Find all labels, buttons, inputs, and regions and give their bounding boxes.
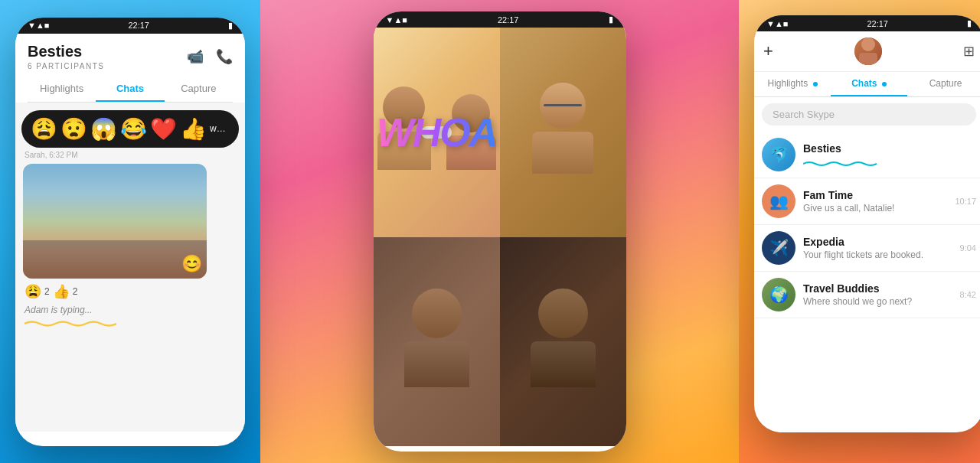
- chat-info-travel: Travel Buddies Where should we go next?: [803, 282, 956, 307]
- avatar-expedia: ✈️: [762, 231, 795, 265]
- emoji-sad-small: 😩: [24, 283, 41, 300]
- whoa-sticker-bg: WHOA: [421, 126, 452, 139]
- avatar-travel: 🌍: [762, 278, 795, 311]
- reaction-worried[interactable]: 😧: [60, 116, 87, 142]
- expedia-avatar-icon: ✈️: [769, 239, 789, 257]
- tab-bar-right: Highlights Chats Capture: [754, 72, 980, 97]
- chat-info-besties: Besties: [803, 142, 972, 167]
- chat-item-fam[interactable]: 👥 Fam Time Give us a call, Natalie! 10:1…: [754, 178, 980, 225]
- besties-wave: [803, 158, 972, 167]
- chat-info-expedia: Expedia Your flight tickets are booked.: [803, 236, 956, 260]
- status-bar-left: ▼▲■ 22:17 ▮: [15, 18, 245, 34]
- whoa-sticker-text: WHOA: [377, 109, 497, 155]
- phone-right: ▼▲■ 22:17 ▮ + ⊞ Highlights: [754, 15, 980, 432]
- travel-time: 8:42: [960, 290, 976, 299]
- fam-avatar-icon: 👥: [769, 192, 789, 210]
- wave-decoration-left: [24, 318, 236, 329]
- expedia-time: 9:04: [960, 243, 976, 253]
- travel-preview: Where should we go next?: [803, 296, 956, 307]
- highlights-dot: [813, 82, 818, 86]
- emoji-count-row: 😩 2 👍 2: [24, 283, 236, 300]
- phone-left: ▼▲■ 22:17 ▮ Besties 6 PARTICIPANTS 📹 📞 H…: [15, 18, 245, 446]
- status-icons-right: ▼▲■: [766, 19, 788, 28]
- chat-info-fam: Fam Time Give us a call, Natalie!: [803, 189, 950, 214]
- app-header-right: + ⊞: [754, 31, 980, 72]
- tab-bar-left: Highlights Chats Capture: [28, 77, 233, 103]
- expedia-preview: Your flight tickets are booked.: [803, 249, 956, 260]
- tab-highlights-right[interactable]: Highlights: [754, 72, 831, 96]
- video-cell-bottom-right: [500, 237, 626, 447]
- video-cell-top-right: [500, 28, 626, 237]
- expedia-name: Expedia: [803, 236, 956, 248]
- reaction-heart[interactable]: ❤️: [150, 116, 177, 142]
- avatar-fam: 👥: [762, 184, 795, 218]
- call-icon[interactable]: 📞: [216, 48, 233, 65]
- reactions-popup[interactable]: 😩 😧 😱 😂 ❤️ 👍 what c...ome: [21, 110, 239, 148]
- message-preview: what c...ome: [210, 123, 230, 134]
- besties-avatar-icon: 🐬: [769, 145, 789, 164]
- chat-item-besties[interactable]: 🐬 Besties: [754, 132, 980, 178]
- time-mid: 22:17: [498, 15, 519, 24]
- search-bar[interactable]: Search Skype: [762, 103, 976, 126]
- search-placeholder: Search Skype: [773, 109, 835, 120]
- tab-capture-left[interactable]: Capture: [165, 77, 233, 102]
- video-cell-top-left: WHOA: [374, 28, 500, 237]
- typing-indicator: Adam is typing...: [24, 305, 236, 315]
- tab-chats-left[interactable]: Chats: [96, 77, 164, 102]
- travel-name: Travel Buddies: [803, 282, 956, 295]
- fam-time: 10:17: [955, 197, 976, 206]
- video-grid: WHOA: [374, 28, 626, 446]
- reaction-sad[interactable]: 😩: [31, 116, 57, 142]
- photo-message: 😊: [23, 164, 207, 279]
- besties-name: Besties: [803, 142, 972, 155]
- time-right: 22:17: [867, 19, 888, 28]
- time-left: 22:17: [128, 21, 149, 30]
- fam-preview: Give us a call, Natalie!: [803, 203, 950, 214]
- avatar-besties: 🐬: [762, 138, 795, 171]
- emoji-thumbs-small: 👍: [53, 283, 70, 300]
- tab-capture-right[interactable]: Capture: [907, 72, 980, 96]
- status-bar-mid: ▼▲■ 22:17 ▮: [374, 11, 626, 28]
- add-button[interactable]: +: [763, 41, 773, 61]
- reaction-laugh[interactable]: 😂: [120, 116, 147, 142]
- phone-mid: ▼▲■ 22:17 ▮: [374, 11, 626, 452]
- message-timestamp: Sarah, 6:32 PM: [24, 151, 236, 159]
- sad-count: 2: [44, 286, 50, 297]
- panel-mid: ▼▲■ 22:17 ▮: [260, 0, 739, 463]
- app-header-left: Besties 6 PARTICIPANTS 📹 📞 Highlights Ch…: [15, 34, 245, 103]
- chats-dot: [882, 82, 887, 86]
- chat-list: 🐬 Besties 👥 Fam Time: [754, 132, 980, 432]
- tab-highlights-left[interactable]: Highlights: [28, 77, 96, 102]
- chat-title: Besties: [28, 43, 104, 60]
- panel-right: ▼▲■ 22:17 ▮ + ⊞ Highlights: [739, 0, 980, 463]
- status-bar-right: ▼▲■ 22:17 ▮: [754, 15, 980, 31]
- thumbs-count: 2: [73, 286, 78, 297]
- video-cell-bottom-left: [374, 237, 500, 447]
- reaction-thumbs[interactable]: 👍: [180, 116, 207, 142]
- panel-left: ▼▲■ 22:17 ▮ Besties 6 PARTICIPANTS 📹 📞 H…: [0, 0, 260, 463]
- battery-mid: ▮: [609, 15, 613, 24]
- status-icons-left: ▼▲■: [28, 21, 49, 30]
- status-icons-mid: ▼▲■: [386, 15, 407, 24]
- travel-avatar-icon: 🌍: [769, 285, 789, 304]
- reaction-shocked[interactable]: 😱: [90, 116, 117, 142]
- participant-count: 6 PARTICIPANTS: [28, 62, 104, 70]
- video-call-icon[interactable]: 📹: [187, 48, 204, 65]
- user-avatar[interactable]: [854, 37, 882, 65]
- chat-body-left: 😩 😧 😱 😂 ❤️ 👍 what c...ome Sarah, 6:32 PM…: [15, 103, 245, 432]
- fam-name: Fam Time: [803, 189, 950, 201]
- tab-chats-right[interactable]: Chats: [831, 72, 907, 96]
- chat-item-travel[interactable]: 🌍 Travel Buddies Where should we go next…: [754, 272, 980, 318]
- battery-left: ▮: [228, 21, 233, 31]
- contacts-icon[interactable]: ⊞: [963, 43, 975, 60]
- battery-right: ▮: [967, 18, 972, 28]
- chat-item-expedia[interactable]: ✈️ Expedia Your flight tickets are booke…: [754, 225, 980, 272]
